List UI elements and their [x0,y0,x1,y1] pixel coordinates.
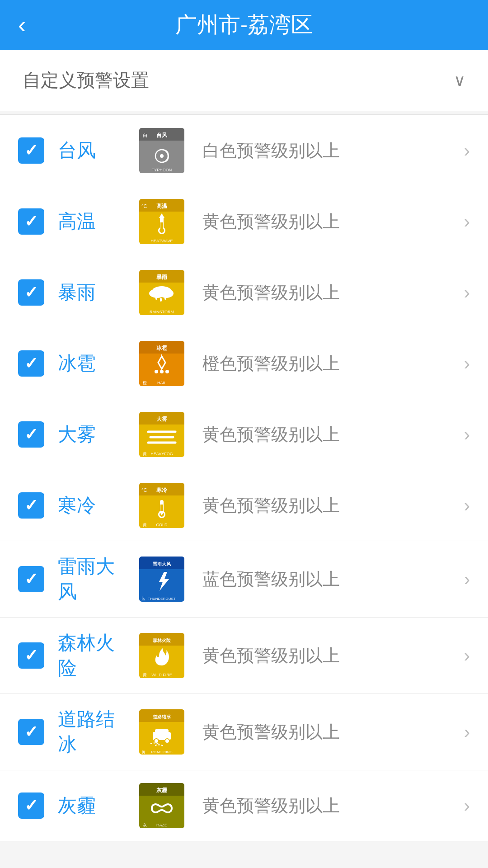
checkbox-mark: ✓ [24,426,38,443]
svg-rect-72 [155,729,169,735]
checkbox-wildfire[interactable]: ✓ [18,642,44,669]
checkbox-dusthaze[interactable]: ✓ [18,793,44,819]
app-header: ‹ 广州市-荔湾区 [0,0,488,50]
item-description-roadice: 黄色预警级别以上 [202,721,455,744]
checkbox-mark: ✓ [24,213,38,230]
svg-point-14 [160,228,164,233]
item-description-heatwave: 黄色预警级别以上 [202,210,455,233]
svg-text:HAZE: HAZE [156,823,167,827]
svg-text:COLD: COLD [156,523,168,527]
chevron-right-icon: › [464,722,470,742]
weather-icon-roadice: 道路结冰 ROAD ICING 黄 [139,709,184,755]
svg-point-22 [159,289,174,298]
weather-icon-thundergust: 雷雨大风 THUNDERGUST 蓝 [139,557,184,602]
checkbox-hail[interactable]: ✓ [18,350,44,377]
svg-text:RAINSTORM: RAINSTORM [150,310,174,314]
checkbox-mark: ✓ [24,497,38,514]
weather-icon-hail: 冰雹 HAIL 橙 [139,341,184,386]
item-label-cold: 寒冷 [58,493,130,518]
chevron-right-icon: › [464,425,470,445]
checkbox-mark: ✓ [24,724,38,740]
checkbox-roadice[interactable]: ✓ [18,719,44,745]
list-item-typhoon[interactable]: ✓ 台风 台风 白 TYPHOON 白色预警级别以上 › [0,115,488,186]
svg-text:°C: °C [141,203,147,209]
checkbox-mark: ✓ [24,284,38,301]
svg-text:HAIL: HAIL [157,381,166,385]
list-item-thundergust[interactable]: ✓ 雷雨大风 雷雨大风 THUNDERGUST 蓝 蓝色预警级别以上 › [0,541,488,618]
list-item-rainstorm[interactable]: ✓ 暴雨 暴雨 RAINSTORM 黄色预警级别以上 › [0,257,488,328]
chevron-right-icon: › [464,495,470,516]
checkbox-rainstorm[interactable]: ✓ [18,279,44,306]
weather-alert-list: ✓ 台风 台风 白 TYPHOON 白色预警级别以上 › ✓ 高温 [0,115,488,841]
svg-text:白: 白 [143,132,148,138]
checkbox-mark: ✓ [24,797,38,814]
weather-icon-heatwave: 高温 °C HEATWAVE [139,199,184,244]
list-item-roadice[interactable]: ✓ 道路结冰 道路结冰 ROAD ICING 黄 黄色预警级别以上 › [0,694,488,770]
svg-text:暴雨: 暴雨 [156,274,168,280]
svg-text:雷雨大风: 雷雨大风 [153,561,171,566]
svg-text:灰: 灰 [143,823,147,827]
svg-point-34 [155,370,158,373]
item-label-rainstorm: 暴雨 [58,280,130,305]
checkbox-cold[interactable]: ✓ [18,492,44,519]
item-description-dusthaze: 黄色预警级别以上 [202,794,455,817]
list-item-heavyfog[interactable]: ✓ 大雾 大雾 HEAVYFOG 黄 黄色预警级别以上 › [0,399,488,470]
list-item-cold[interactable]: ✓ 寒冷 寒冷 °C COLD 黄 黄色预警级别以上 › [0,470,488,541]
svg-point-74 [165,739,169,743]
svg-text:寒冷: 寒冷 [156,487,168,493]
weather-icon-dusthaze: 灰霾 HAZE 灰 [139,783,184,828]
svg-text:森林火险: 森林火险 [153,638,171,643]
svg-point-35 [165,370,169,373]
chevron-right-icon: › [464,569,470,590]
svg-text:台风: 台风 [156,132,167,138]
checkbox-typhoon[interactable]: ✓ [18,137,44,164]
chevron-right-icon: › [464,796,470,816]
svg-rect-23 [155,296,157,300]
item-description-thundergust: 蓝色预警级别以上 [202,568,455,591]
svg-text:黄: 黄 [143,452,147,456]
checkbox-heavyfog[interactable]: ✓ [18,421,44,448]
item-label-thundergust: 雷雨大风 [58,554,130,604]
weather-icon-wildfire: 森林火险 WILD FIRE 黄 [139,633,184,678]
list-item-dusthaze[interactable]: ✓ 灰霾 灰霾 HAZE 灰 黄色预警级别以上 › [0,770,488,841]
list-item-hail[interactable]: ✓ 冰雹 冰雹 HAIL 橙 橙色预警级别以上 › [0,328,488,399]
page-title: 广州市-荔湾区 [175,10,313,39]
item-label-hail: 冰雹 [58,351,130,376]
checkbox-mark: ✓ [24,355,38,372]
item-description-typhoon: 白色预警级别以上 [202,139,455,162]
back-button[interactable]: ‹ [18,11,26,38]
svg-point-33 [160,370,164,373]
svg-text:高温: 高温 [156,203,168,209]
checkbox-heatwave[interactable]: ✓ [18,208,44,235]
list-item-wildfire[interactable]: ✓ 森林火险 森林火险 WILD FIRE 黄 黄色预警级别以上 › [0,618,488,694]
svg-text:ROAD ICING: ROAD ICING [151,750,173,754]
svg-text:大雾: 大雾 [156,416,168,422]
item-label-wildfire: 森林火险 [58,630,130,681]
svg-text:黄: 黄 [143,673,147,677]
list-item-heatwave[interactable]: ✓ 高温 高温 °C HEATWAVE 黄色预警级别以上 › [0,186,488,257]
checkbox-thundergust[interactable]: ✓ [18,566,44,592]
section-header[interactable]: 自定义预警设置 ∨ [0,50,488,111]
chevron-right-icon: › [464,212,470,232]
item-label-heavyfog: 大雾 [58,422,130,447]
svg-text:冰雹: 冰雹 [156,345,168,351]
svg-rect-25 [164,296,166,300]
expand-collapse-icon[interactable]: ∨ [454,71,465,90]
section-title: 自定义预警设置 [23,68,149,93]
svg-text:橙: 橙 [143,381,147,385]
chevron-right-icon: › [464,141,470,161]
item-description-rainstorm: 黄色预警级别以上 [202,281,455,304]
weather-icon-cold: 寒冷 °C COLD 黄 [139,483,184,528]
checkbox-mark: ✓ [24,647,38,664]
svg-point-5 [160,154,164,158]
svg-text:THUNDERGUST: THUNDERGUST [148,597,175,601]
svg-text:HEATWAVE: HEATWAVE [151,239,173,243]
svg-text:黄: 黄 [143,523,147,527]
svg-text:道路结冰: 道路结冰 [153,714,171,719]
svg-text:黄: 黄 [141,750,145,754]
svg-text:TYPHOON: TYPHOON [152,168,172,172]
item-label-roadice: 道路结冰 [58,707,130,757]
svg-text:°C: °C [141,487,147,493]
weather-icon-typhoon: 台风 白 TYPHOON [139,128,184,173]
svg-rect-24 [160,298,162,302]
